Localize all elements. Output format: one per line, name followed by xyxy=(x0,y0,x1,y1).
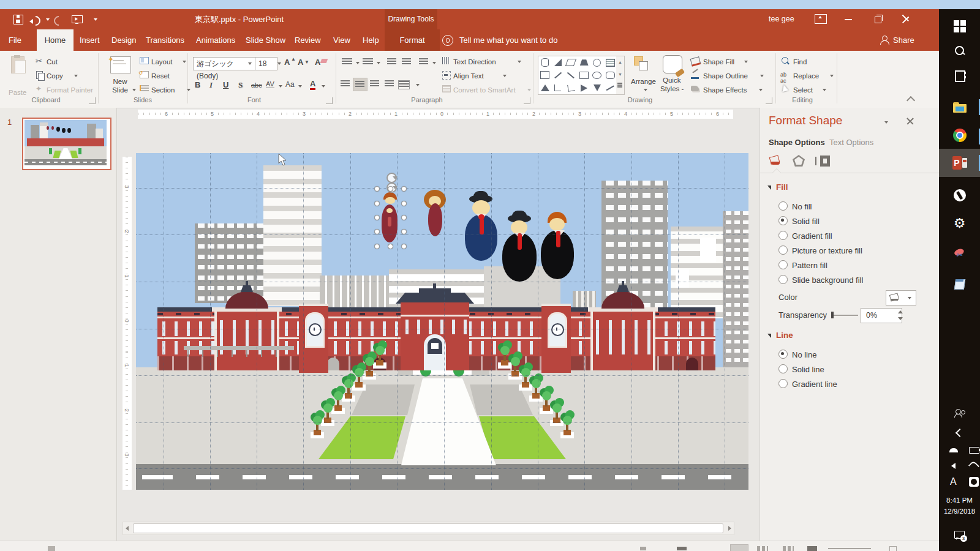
clock-date[interactable]: 12/9/2018 xyxy=(939,499,980,523)
reset-button[interactable]: Reset xyxy=(151,70,170,83)
shape-person-black-suit-hat[interactable] xyxy=(502,211,537,282)
scroll-thumb[interactable] xyxy=(133,523,723,533)
font-size-combo[interactable]: 18 xyxy=(255,57,277,70)
italic-button[interactable]: I xyxy=(209,80,213,90)
line-option[interactable]: Gradient line xyxy=(778,377,932,392)
selection-handle[interactable] xyxy=(374,229,380,234)
selection-handle[interactable] xyxy=(401,186,407,192)
shape-rounded-rectangle[interactable] xyxy=(604,70,616,81)
station-center-block[interactable] xyxy=(401,302,469,370)
section-button[interactable]: Section xyxy=(151,84,175,97)
transparency-spinner[interactable] xyxy=(896,308,905,323)
shapes-gallery[interactable] xyxy=(538,56,617,95)
chrome-icon[interactable] xyxy=(939,123,980,148)
bullets-caret[interactable] xyxy=(356,62,360,64)
tab-help[interactable]: Help xyxy=(361,29,380,51)
fill-section-header[interactable]: Fill xyxy=(767,182,788,192)
quick-styles-label-2[interactable]: Styles - xyxy=(660,83,684,96)
restore-button[interactable] xyxy=(864,9,892,29)
fill-color-button[interactable] xyxy=(886,290,916,305)
section-caret[interactable] xyxy=(187,89,190,91)
shape-vertical-text-box[interactable] xyxy=(539,70,551,81)
action-center-icon[interactable]: 3 xyxy=(939,523,980,548)
radio-fill-0[interactable] xyxy=(778,201,788,211)
char-spacing-button[interactable]: AV xyxy=(266,80,274,88)
zoom-slider[interactable] xyxy=(828,548,871,549)
fill-option[interactable]: Slide background fill xyxy=(778,273,932,288)
start-button[interactable] xyxy=(939,14,980,39)
shape-circle-arrow[interactable] xyxy=(591,57,603,68)
font-size-caret[interactable] xyxy=(277,62,281,65)
select-button[interactable]: Select xyxy=(793,84,813,97)
font-dialog-launcher[interactable] xyxy=(326,97,333,104)
start-slideshow-icon[interactable] xyxy=(71,13,83,26)
undo-icon[interactable] xyxy=(29,13,42,26)
fill-option[interactable]: Solid fill xyxy=(778,214,932,229)
columns-caret[interactable] xyxy=(416,84,420,86)
shape-effects-button[interactable]: Shape Effects xyxy=(703,84,747,97)
view-slideshow-button[interactable] xyxy=(807,546,817,551)
align-right-button[interactable] xyxy=(370,80,379,87)
selection-handle[interactable] xyxy=(401,215,407,220)
customize-qat-icon[interactable] xyxy=(94,18,97,21)
shape-effects-caret[interactable] xyxy=(759,89,763,91)
selection-handle[interactable] xyxy=(374,215,380,220)
tab-animations[interactable]: Animations xyxy=(195,29,236,51)
rotate-handle[interactable] xyxy=(386,173,397,183)
align-left-button[interactable] xyxy=(341,80,350,87)
powerpoint-taskbar-icon[interactable]: P xyxy=(939,149,980,177)
shape-tree[interactable] xyxy=(558,408,576,440)
justify-button[interactable] xyxy=(385,80,394,87)
bullets-button[interactable] xyxy=(342,58,352,65)
fill-option[interactable]: No fill xyxy=(778,200,932,214)
align-text-button[interactable]: Align Text xyxy=(453,70,484,83)
shapes-gallery-scroll[interactable]: ▲ ▼ xyxy=(616,56,625,95)
numbering-button[interactable] xyxy=(363,58,373,65)
radio-line-0[interactable] xyxy=(778,350,788,359)
canvas-hscrollbar[interactable] xyxy=(123,522,734,535)
align-center-button[interactable] xyxy=(353,78,368,91)
xbox-icon[interactable] xyxy=(939,183,980,208)
tab-design[interactable]: Design xyxy=(110,29,137,51)
drawing-dialog-launcher[interactable] xyxy=(766,97,772,104)
increase-indent-button[interactable] xyxy=(402,58,411,65)
replace-caret[interactable] xyxy=(830,75,834,77)
change-case-caret[interactable] xyxy=(298,85,302,88)
underline-button[interactable]: U xyxy=(223,80,228,89)
slide-thumbnail[interactable] xyxy=(22,118,111,170)
select-caret[interactable] xyxy=(823,89,826,91)
size-properties-icon[interactable] xyxy=(815,154,830,168)
tab-text-options[interactable]: Text Options xyxy=(829,138,873,147)
slide-canvas[interactable] xyxy=(136,153,748,490)
tab-view[interactable]: View xyxy=(332,29,352,51)
fill-line-icon[interactable] xyxy=(769,154,782,167)
layout-button[interactable]: Layout xyxy=(151,56,173,69)
decrease-indent-button[interactable] xyxy=(387,58,396,65)
shape-outline-caret[interactable] xyxy=(760,75,764,77)
radio-line-1[interactable] xyxy=(778,364,788,373)
snipping-tool-icon[interactable]: ✂ xyxy=(939,241,980,265)
shape-parallelogram[interactable] xyxy=(565,57,577,68)
save-icon[interactable] xyxy=(12,13,24,26)
convert-smartart-button[interactable]: Convert to SmartArt xyxy=(453,84,516,97)
notepad-icon[interactable] xyxy=(939,271,980,296)
selection-handle[interactable] xyxy=(374,186,380,192)
panel-menu-caret[interactable] xyxy=(884,121,888,124)
view-normal-button[interactable] xyxy=(730,544,748,551)
clipboard-dialog-launcher[interactable] xyxy=(89,97,96,104)
shape-diagonal-line[interactable] xyxy=(604,83,616,94)
text-shadow-button[interactable]: S xyxy=(238,80,243,90)
fill-option[interactable]: Pattern fill xyxy=(778,258,932,273)
smartart-caret[interactable] xyxy=(527,89,531,91)
tab-file[interactable]: File xyxy=(7,29,23,51)
change-case-button[interactable]: Aa xyxy=(285,80,295,89)
fit-slide-button[interactable] xyxy=(889,546,897,551)
paragraph-dialog-launcher[interactable] xyxy=(524,97,530,104)
text-direction-caret[interactable] xyxy=(518,61,521,63)
undo-caret[interactable] xyxy=(46,18,50,21)
tab-format[interactable]: Format xyxy=(385,29,440,51)
radio-line-2[interactable] xyxy=(778,379,788,388)
shape-elbow-arrow[interactable] xyxy=(565,83,577,94)
line-section-header[interactable]: Line xyxy=(767,331,793,340)
strikethrough-button[interactable]: abc xyxy=(251,81,262,89)
